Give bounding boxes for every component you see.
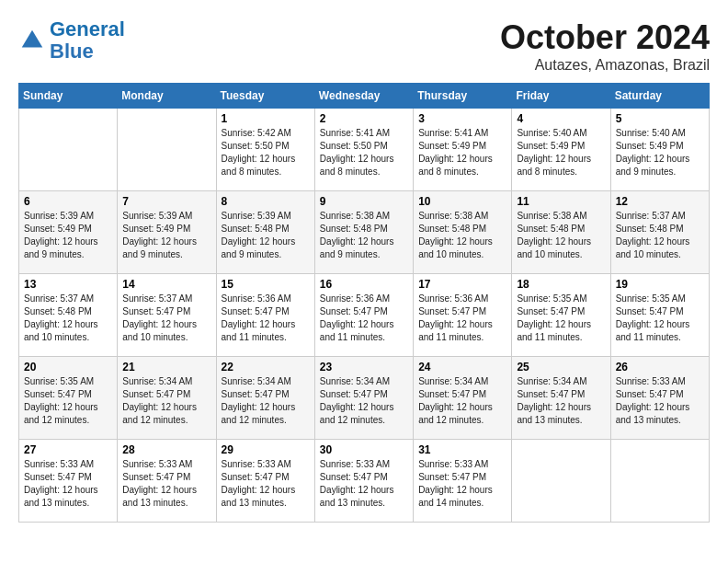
day-number: 31 <box>418 443 506 456</box>
week-row-3: 20Sunrise: 5:35 AM Sunset: 5:47 PM Dayli… <box>19 357 710 440</box>
logo: General Blue <box>18 18 125 63</box>
day-detail: Sunrise: 5:38 AM Sunset: 5:48 PM Dayligh… <box>418 210 506 261</box>
day-detail: Sunrise: 5:36 AM Sunset: 5:47 PM Dayligh… <box>222 293 310 344</box>
calendar-cell: 31Sunrise: 5:33 AM Sunset: 5:47 PM Dayli… <box>414 440 512 523</box>
day-number: 30 <box>320 443 408 456</box>
day-detail: Sunrise: 5:40 AM Sunset: 5:49 PM Dayligh… <box>616 127 704 178</box>
logo-line1: General <box>50 17 125 40</box>
calendar-cell: 27Sunrise: 5:33 AM Sunset: 5:47 PM Dayli… <box>19 440 118 523</box>
day-detail: Sunrise: 5:37 AM Sunset: 5:48 PM Dayligh… <box>24 293 112 344</box>
day-number: 12 <box>616 195 704 208</box>
day-number: 22 <box>222 361 310 373</box>
day-number: 23 <box>320 361 408 373</box>
day-number: 14 <box>122 278 210 291</box>
calendar-cell: 23Sunrise: 5:34 AM Sunset: 5:47 PM Dayli… <box>314 357 413 440</box>
day-number: 8 <box>222 195 310 208</box>
day-number: 16 <box>320 278 408 291</box>
calendar-cell: 24Sunrise: 5:34 AM Sunset: 5:47 PM Dayli… <box>414 357 512 440</box>
header: General Blue October 2024 Autazes, Amazo… <box>18 18 710 74</box>
day-detail: Sunrise: 5:33 AM Sunset: 5:47 PM Dayligh… <box>24 458 112 510</box>
calendar-cell: 13Sunrise: 5:37 AM Sunset: 5:48 PM Dayli… <box>19 274 118 357</box>
day-number: 9 <box>320 195 408 208</box>
day-number: 21 <box>122 361 210 373</box>
day-detail: Sunrise: 5:35 AM Sunset: 5:47 PM Dayligh… <box>616 293 704 344</box>
calendar-cell: 26Sunrise: 5:33 AM Sunset: 5:47 PM Dayli… <box>610 357 709 440</box>
day-number: 7 <box>122 195 210 208</box>
day-detail: Sunrise: 5:33 AM Sunset: 5:47 PM Dayligh… <box>222 458 310 510</box>
day-number: 2 <box>320 112 408 125</box>
header-tuesday: Tuesday <box>216 84 314 109</box>
day-detail: Sunrise: 5:38 AM Sunset: 5:48 PM Dayligh… <box>517 210 605 261</box>
header-wednesday: Wednesday <box>314 84 413 109</box>
calendar-cell: 30Sunrise: 5:33 AM Sunset: 5:47 PM Dayli… <box>314 440 413 523</box>
day-detail: Sunrise: 5:33 AM Sunset: 5:47 PM Dayligh… <box>418 458 506 510</box>
day-detail: Sunrise: 5:33 AM Sunset: 5:47 PM Dayligh… <box>320 458 408 510</box>
calendar-cell: 25Sunrise: 5:34 AM Sunset: 5:47 PM Dayli… <box>512 357 610 440</box>
day-detail: Sunrise: 5:39 AM Sunset: 5:48 PM Dayligh… <box>222 210 310 261</box>
day-detail: Sunrise: 5:36 AM Sunset: 5:47 PM Dayligh… <box>418 293 506 344</box>
day-number: 20 <box>24 361 112 373</box>
calendar-cell <box>512 440 610 523</box>
calendar-cell <box>118 109 216 191</box>
calendar-cell: 8Sunrise: 5:39 AM Sunset: 5:48 PM Daylig… <box>216 191 314 274</box>
day-number: 11 <box>517 195 605 208</box>
calendar-cell: 18Sunrise: 5:35 AM Sunset: 5:47 PM Dayli… <box>512 274 610 357</box>
calendar-cell: 10Sunrise: 5:38 AM Sunset: 5:48 PM Dayli… <box>414 191 512 274</box>
day-detail: Sunrise: 5:37 AM Sunset: 5:48 PM Dayligh… <box>616 210 704 261</box>
calendar-cell: 12Sunrise: 5:37 AM Sunset: 5:48 PM Dayli… <box>610 191 709 274</box>
day-number: 28 <box>122 443 210 456</box>
calendar-cell <box>610 440 709 523</box>
day-detail: Sunrise: 5:41 AM Sunset: 5:50 PM Dayligh… <box>320 127 408 178</box>
day-number: 3 <box>418 112 506 125</box>
day-number: 27 <box>24 443 112 456</box>
day-number: 6 <box>24 195 112 208</box>
day-detail: Sunrise: 5:34 AM Sunset: 5:47 PM Dayligh… <box>122 375 210 427</box>
week-row-1: 6Sunrise: 5:39 AM Sunset: 5:49 PM Daylig… <box>19 191 710 274</box>
calendar-cell: 28Sunrise: 5:33 AM Sunset: 5:47 PM Dayli… <box>118 440 216 523</box>
calendar-cell: 1Sunrise: 5:42 AM Sunset: 5:50 PM Daylig… <box>216 109 314 191</box>
day-detail: Sunrise: 5:34 AM Sunset: 5:47 PM Dayligh… <box>320 375 408 427</box>
week-row-4: 27Sunrise: 5:33 AM Sunset: 5:47 PM Dayli… <box>19 440 710 523</box>
day-detail: Sunrise: 5:33 AM Sunset: 5:47 PM Dayligh… <box>122 458 210 510</box>
calendar-cell: 11Sunrise: 5:38 AM Sunset: 5:48 PM Dayli… <box>512 191 610 274</box>
day-number: 15 <box>222 278 310 291</box>
day-detail: Sunrise: 5:34 AM Sunset: 5:47 PM Dayligh… <box>222 375 310 427</box>
week-row-2: 13Sunrise: 5:37 AM Sunset: 5:48 PM Dayli… <box>19 274 710 357</box>
header-friday: Friday <box>512 84 610 109</box>
calendar-cell: 7Sunrise: 5:39 AM Sunset: 5:49 PM Daylig… <box>118 191 216 274</box>
day-number: 17 <box>418 278 506 291</box>
location-title: Autazes, Amazonas, Brazil <box>500 57 710 74</box>
day-detail: Sunrise: 5:34 AM Sunset: 5:47 PM Dayligh… <box>517 375 605 427</box>
day-number: 13 <box>24 278 112 291</box>
calendar-cell: 6Sunrise: 5:39 AM Sunset: 5:49 PM Daylig… <box>19 191 118 274</box>
day-detail: Sunrise: 5:40 AM Sunset: 5:49 PM Dayligh… <box>517 127 605 178</box>
day-detail: Sunrise: 5:39 AM Sunset: 5:49 PM Dayligh… <box>24 210 112 261</box>
calendar-cell: 22Sunrise: 5:34 AM Sunset: 5:47 PM Dayli… <box>216 357 314 440</box>
header-monday: Monday <box>118 84 216 109</box>
header-saturday: Saturday <box>610 84 709 109</box>
day-detail: Sunrise: 5:36 AM Sunset: 5:47 PM Dayligh… <box>320 293 408 344</box>
day-detail: Sunrise: 5:41 AM Sunset: 5:49 PM Dayligh… <box>418 127 506 178</box>
day-number: 5 <box>616 112 704 125</box>
calendar-cell: 15Sunrise: 5:36 AM Sunset: 5:47 PM Dayli… <box>216 274 314 357</box>
header-thursday: Thursday <box>414 84 512 109</box>
logo-text: General Blue <box>50 18 125 63</box>
calendar-cell: 20Sunrise: 5:35 AM Sunset: 5:47 PM Dayli… <box>19 357 118 440</box>
day-number: 24 <box>418 361 506 373</box>
calendar-cell: 29Sunrise: 5:33 AM Sunset: 5:47 PM Dayli… <box>216 440 314 523</box>
calendar-cell: 17Sunrise: 5:36 AM Sunset: 5:47 PM Dayli… <box>414 274 512 357</box>
day-detail: Sunrise: 5:33 AM Sunset: 5:47 PM Dayligh… <box>616 375 704 427</box>
calendar-cell: 14Sunrise: 5:37 AM Sunset: 5:47 PM Dayli… <box>118 274 216 357</box>
svg-marker-0 <box>22 30 43 48</box>
day-detail: Sunrise: 5:38 AM Sunset: 5:48 PM Dayligh… <box>320 210 408 261</box>
day-number: 4 <box>517 112 605 125</box>
calendar-table: Sunday Monday Tuesday Wednesday Thursday… <box>18 83 710 523</box>
day-detail: Sunrise: 5:34 AM Sunset: 5:47 PM Dayligh… <box>418 375 506 427</box>
calendar-cell: 19Sunrise: 5:35 AM Sunset: 5:47 PM Dayli… <box>610 274 709 357</box>
day-detail: Sunrise: 5:42 AM Sunset: 5:50 PM Dayligh… <box>222 127 310 178</box>
day-detail: Sunrise: 5:39 AM Sunset: 5:49 PM Dayligh… <box>122 210 210 261</box>
day-number: 26 <box>616 361 704 373</box>
logo-line2: Blue <box>50 40 94 63</box>
calendar-cell: 21Sunrise: 5:34 AM Sunset: 5:47 PM Dayli… <box>118 357 216 440</box>
month-title: October 2024 <box>500 18 710 57</box>
